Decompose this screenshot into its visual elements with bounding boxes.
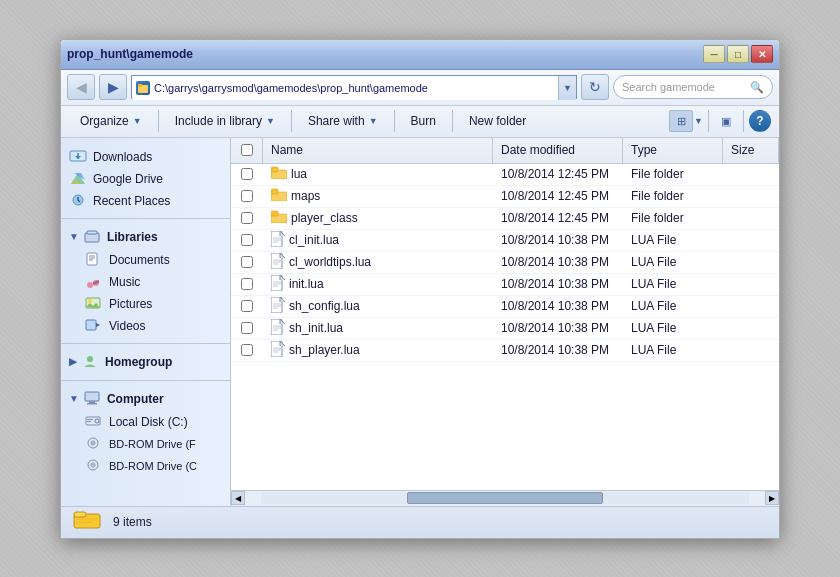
sidebar-item-local-disk[interactable]: Local Disk (C:) <box>61 411 230 433</box>
address-text: C:\garrys\garrysmod\gamemodes\prop_hunt\… <box>154 82 428 94</box>
sidebar-item-documents[interactable]: Documents <box>61 249 230 271</box>
help-button[interactable]: ? <box>749 110 771 132</box>
sidebar-computer-label: Computer <box>107 392 164 406</box>
row-checkbox[interactable] <box>241 168 253 180</box>
scroll-right-button[interactable]: ▶ <box>765 491 779 505</box>
file-date-text: 10/8/2014 10:38 PM <box>501 255 609 269</box>
file-name-text: sh_config.lua <box>289 299 360 313</box>
organize-button[interactable]: Organize ▼ <box>69 108 153 134</box>
documents-icon <box>85 252 105 268</box>
sidebar-item-google-drive[interactable]: Google Drive <box>61 168 230 190</box>
forward-button[interactable]: ▶ <box>99 74 127 100</box>
view-details-button[interactable]: ⊞ <box>669 110 693 132</box>
music-icon <box>85 274 105 290</box>
sidebar-item-bdrom-f[interactable]: BD-ROM Drive (F <box>61 433 230 455</box>
file-list: lua 10/8/2014 12:45 PM File folder maps <box>231 164 779 490</box>
file-type-cell: LUA File <box>623 321 723 335</box>
sidebar-item-videos[interactable]: Videos <box>61 315 230 337</box>
organize-chevron-icon: ▼ <box>133 116 142 126</box>
preview-pane-button[interactable]: ▣ <box>714 110 738 132</box>
scroll-left-button[interactable]: ◀ <box>231 491 245 505</box>
row-checkbox[interactable] <box>241 278 253 290</box>
row-checkbox[interactable] <box>241 190 253 202</box>
sidebar-group-computer-header[interactable]: ▼ Computer <box>61 387 230 411</box>
svg-rect-22 <box>89 401 95 403</box>
share-label: Share with <box>308 114 365 128</box>
sidebar-item-music[interactable]: Music <box>61 271 230 293</box>
row-checkbox-cell <box>231 256 263 268</box>
google-drive-icon <box>69 171 89 187</box>
select-all-checkbox[interactable] <box>241 144 253 156</box>
sidebar-recent-places-label: Recent Places <box>93 194 170 208</box>
share-chevron-icon: ▼ <box>369 116 378 126</box>
back-button[interactable]: ◀ <box>67 74 95 100</box>
horizontal-scrollbar[interactable]: ◀ ▶ <box>231 490 779 506</box>
col-header-type[interactable]: Type <box>623 138 723 163</box>
table-row[interactable]: maps 10/8/2014 12:45 PM File folder <box>231 186 779 208</box>
svg-point-33 <box>92 464 94 466</box>
row-checkbox[interactable] <box>241 234 253 246</box>
view-controls: ⊞ ▼ <box>669 110 703 132</box>
search-bar[interactable]: Search gamemode 🔍 <box>613 75 773 99</box>
sidebar-item-downloads[interactable]: Downloads <box>61 146 230 168</box>
sidebar-item-bdrom-c[interactable]: BD-ROM Drive (C <box>61 455 230 477</box>
minimize-button[interactable]: ─ <box>703 45 725 63</box>
file-type-text: LUA File <box>631 321 676 335</box>
table-row[interactable]: cl_worldtips.lua 10/8/2014 10:38 PM LUA … <box>231 252 779 274</box>
file-name-cell: player_class <box>263 210 493 226</box>
sidebar-bdrom-c-label: BD-ROM Drive (C <box>109 460 197 472</box>
sidebar-item-pictures[interactable]: Pictures <box>61 293 230 315</box>
sidebar-group-computer: ▼ Computer Local Disk (C:) BD <box>61 387 230 477</box>
sidebar: Downloads Google Drive Recent Places ▼ <box>61 138 231 506</box>
col-header-date[interactable]: Date modified <box>493 138 623 163</box>
file-type-cell: File folder <box>623 211 723 225</box>
homegroup-chevron-icon: ▶ <box>69 356 77 367</box>
include-button[interactable]: Include in library ▼ <box>164 108 286 134</box>
toolbar-separator-3 <box>394 110 395 132</box>
table-row[interactable]: lua 10/8/2014 12:45 PM File folder <box>231 164 779 186</box>
sidebar-item-recent-places[interactable]: Recent Places <box>61 190 230 212</box>
row-checkbox-cell <box>231 234 263 246</box>
maximize-button[interactable]: □ <box>727 45 749 63</box>
sidebar-divider-3 <box>61 380 230 381</box>
col-header-name[interactable]: Name <box>263 138 493 163</box>
file-type-text: LUA File <box>631 299 676 313</box>
file-name-cell: maps <box>263 188 493 204</box>
toolbar-separator-2 <box>291 110 292 132</box>
file-icon <box>271 253 285 272</box>
svg-rect-1 <box>138 84 142 87</box>
nav-bar: ◀ ▶ C:\garrys\garrysmod\gamemodes\prop_h… <box>61 70 779 106</box>
table-row[interactable]: cl_init.lua 10/8/2014 10:38 PM LUA File <box>231 230 779 252</box>
videos-icon <box>85 318 105 334</box>
row-checkbox[interactable] <box>241 300 253 312</box>
row-checkbox-cell <box>231 344 263 356</box>
search-icon[interactable]: 🔍 <box>750 81 764 94</box>
row-checkbox[interactable] <box>241 322 253 334</box>
address-bar[interactable]: C:\garrys\garrysmod\gamemodes\prop_hunt\… <box>132 76 558 100</box>
table-row[interactable]: sh_player.lua 10/8/2014 10:38 PM LUA Fil… <box>231 340 779 362</box>
file-date-cell: 10/8/2014 12:45 PM <box>493 189 623 203</box>
address-dropdown-button[interactable]: ▼ <box>558 76 576 100</box>
row-checkbox[interactable] <box>241 344 253 356</box>
file-date-text: 10/8/2014 12:45 PM <box>501 189 609 203</box>
file-name-cell: sh_player.lua <box>263 341 493 360</box>
sidebar-group-homegroup-header[interactable]: ▶ Homegroup <box>61 350 230 374</box>
table-row[interactable]: sh_config.lua 10/8/2014 10:38 PM LUA Fil… <box>231 296 779 318</box>
burn-button[interactable]: Burn <box>400 108 447 134</box>
table-row[interactable]: sh_init.lua 10/8/2014 10:38 PM LUA File <box>231 318 779 340</box>
toolbar-separator-6 <box>743 110 744 132</box>
share-button[interactable]: Share with ▼ <box>297 108 389 134</box>
view-dropdown-button[interactable]: ▼ <box>694 116 703 126</box>
new-folder-button[interactable]: New folder <box>458 108 537 134</box>
scroll-thumb[interactable] <box>407 492 602 504</box>
row-checkbox[interactable] <box>241 212 253 224</box>
refresh-button[interactable]: ↻ <box>581 74 609 100</box>
file-icon <box>271 210 287 226</box>
table-row[interactable]: player_class 10/8/2014 12:45 PM File fol… <box>231 208 779 230</box>
table-row[interactable]: init.lua 10/8/2014 10:38 PM LUA File <box>231 274 779 296</box>
col-header-size[interactable]: Size <box>723 138 779 163</box>
close-button[interactable]: ✕ <box>751 45 773 63</box>
row-checkbox[interactable] <box>241 256 253 268</box>
svg-point-17 <box>88 299 92 303</box>
sidebar-group-libraries-header[interactable]: ▼ Libraries <box>61 225 230 249</box>
